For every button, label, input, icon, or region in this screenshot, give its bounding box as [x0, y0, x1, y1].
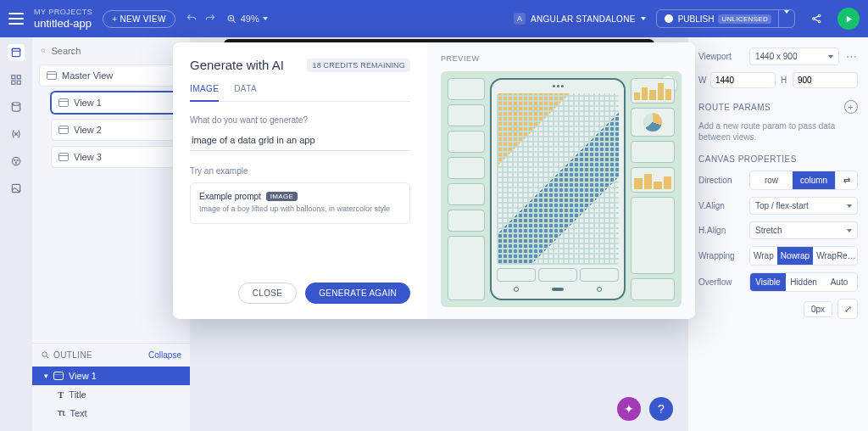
direction-label: Direction: [698, 176, 743, 185]
example-card[interactable]: Example prompt IMAGE Image of a boy lift…: [190, 182, 410, 224]
width-input[interactable]: [710, 72, 776, 88]
publish-button[interactable]: PUBLISH UNLICENSED: [657, 10, 778, 27]
publish-label: PUBLISH: [678, 14, 715, 24]
outline-header: OUTLINE Collapse: [32, 343, 190, 367]
framework-select[interactable]: A ANGULAR STANDALONE: [514, 13, 646, 25]
example-badge: IMAGE: [266, 192, 298, 201]
zoom-control[interactable]: 49%: [226, 14, 268, 25]
chevron-down-icon: ▾: [44, 372, 48, 380]
view-label: Master View: [62, 70, 113, 81]
rail-assets-icon[interactable]: [8, 180, 25, 197]
viewport-value: 1440 x 900: [755, 52, 798, 61]
credits-badge: 18 CREDITS REMAINING: [307, 59, 410, 72]
help-fab-button[interactable]: ?: [649, 397, 673, 421]
more-icon[interactable]: ⋯: [846, 50, 858, 63]
outline-item-label: Title: [69, 389, 86, 400]
svg-point-18: [42, 352, 47, 357]
new-view-button[interactable]: + NEW VIEW: [103, 10, 175, 28]
outline-item-label: Text: [70, 408, 87, 418]
collapse-link[interactable]: Collapse: [148, 350, 181, 360]
wrapping-label: Wrapping: [698, 251, 743, 260]
tab-image[interactable]: IMAGE: [190, 84, 219, 102]
generate-again-button[interactable]: GENERATE AGAIN: [305, 283, 410, 304]
try-example-label: Try an example: [190, 166, 410, 176]
tab-data[interactable]: DATA: [234, 84, 257, 101]
svg-point-1: [665, 14, 673, 23]
rail-views-icon[interactable]: [8, 44, 25, 61]
view-icon: [58, 98, 69, 107]
rail-vars-icon[interactable]: [8, 126, 25, 143]
outline-item[interactable]: T Title: [32, 385, 190, 404]
outline-item[interactable]: Tt Text: [32, 404, 190, 423]
view-item[interactable]: View 2: [51, 119, 183, 141]
undo-icon[interactable]: [186, 13, 198, 25]
svg-rect-8: [17, 76, 20, 79]
prompt-label: What do you want to generate?: [190, 115, 410, 125]
direction-column-button[interactable]: column: [793, 171, 835, 189]
direction-row-button[interactable]: row: [750, 171, 793, 189]
add-route-param-button[interactable]: +: [844, 100, 858, 114]
views-list: Master View View 1 View 2 View 3: [32, 64, 190, 168]
halign-select[interactable]: Stretch: [749, 221, 858, 239]
view-label: View 1: [74, 98, 102, 108]
example-body: Image of a boy lifted up with balloons, …: [199, 204, 401, 215]
wraprev-button[interactable]: WrapRe…: [813, 247, 858, 265]
publish-caret[interactable]: [778, 10, 794, 27]
projects-label: MY PROJECTS: [34, 8, 92, 17]
preview-play-button[interactable]: [837, 8, 860, 30]
close-button[interactable]: CLOSE: [238, 283, 297, 304]
view-item[interactable]: View 3: [51, 146, 183, 168]
svg-point-12: [12, 157, 19, 165]
overflow-label: Overflow: [698, 277, 743, 287]
halign-label: H.Align: [698, 226, 743, 235]
valign-select[interactable]: Top / flex-start: [749, 197, 858, 215]
svg-rect-7: [12, 76, 15, 79]
valign-label: V.Align: [698, 201, 743, 210]
canvas-props-header: CANVAS PROPERTIES: [698, 154, 858, 164]
view-icon: [47, 71, 57, 80]
view-item[interactable]: View 1: [51, 92, 183, 114]
search-icon: [41, 46, 46, 56]
menu-icon[interactable]: [8, 13, 24, 25]
wrap-button[interactable]: Wrap: [750, 247, 777, 265]
master-view-item[interactable]: Master View: [39, 64, 183, 87]
ai-fab-button[interactable]: ✦: [617, 397, 641, 421]
gap-expand-icon[interactable]: ⤢: [837, 299, 858, 319]
share-icon[interactable]: [805, 8, 827, 30]
w-label: W: [698, 76, 707, 85]
svg-point-13: [14, 160, 15, 160]
publish-group: PUBLISH UNLICENSED: [656, 9, 795, 28]
redo-icon[interactable]: [204, 13, 216, 25]
overflow-hidden-button[interactable]: Hidden: [786, 273, 821, 291]
preview-label: PREVIEW: [441, 54, 682, 63]
gap-value[interactable]: 0px: [804, 301, 832, 317]
svg-point-2: [812, 18, 814, 20]
outline-item[interactable]: ▾ View 1: [32, 367, 190, 385]
view-icon: [58, 153, 69, 161]
route-params-header: ROUTE PARAMS +: [698, 100, 858, 114]
generate-ai-modal: Generate with AI 18 CREDITS REMAINING IM…: [173, 42, 695, 319]
overflow-visible-button[interactable]: Visible: [750, 273, 786, 291]
outline-tree: ▾ View 1 T Title Tt Text: [32, 367, 190, 431]
preview-image: +: [441, 71, 682, 307]
chevron-down-icon: [263, 17, 268, 20]
outline-label: OUTLINE: [53, 350, 92, 360]
license-badge: UNLICENSED: [718, 14, 771, 24]
svg-rect-9: [12, 81, 15, 84]
overflow-auto-button[interactable]: Auto: [821, 273, 857, 291]
viewport-select[interactable]: 1440 x 900: [749, 48, 839, 65]
left-panel: + Master View View 1 View 2 View 3: [32, 37, 190, 431]
prompt-input[interactable]: [190, 130, 410, 151]
svg-point-3: [818, 14, 820, 16]
rail-components-icon[interactable]: [8, 71, 25, 88]
view-icon: [58, 126, 69, 134]
search-input[interactable]: [51, 46, 168, 56]
rail-theme-icon[interactable]: [8, 153, 25, 170]
project-block[interactable]: MY PROJECTS untitled-app: [34, 8, 92, 30]
top-bar: MY PROJECTS untitled-app + NEW VIEW 49% …: [0, 0, 868, 37]
height-input[interactable]: [793, 72, 858, 88]
swap-icon[interactable]: ⇄: [835, 171, 857, 189]
rail-data-icon[interactable]: [8, 98, 25, 115]
github-icon: [664, 14, 674, 24]
nowrap-button[interactable]: Nowrap: [777, 247, 813, 265]
